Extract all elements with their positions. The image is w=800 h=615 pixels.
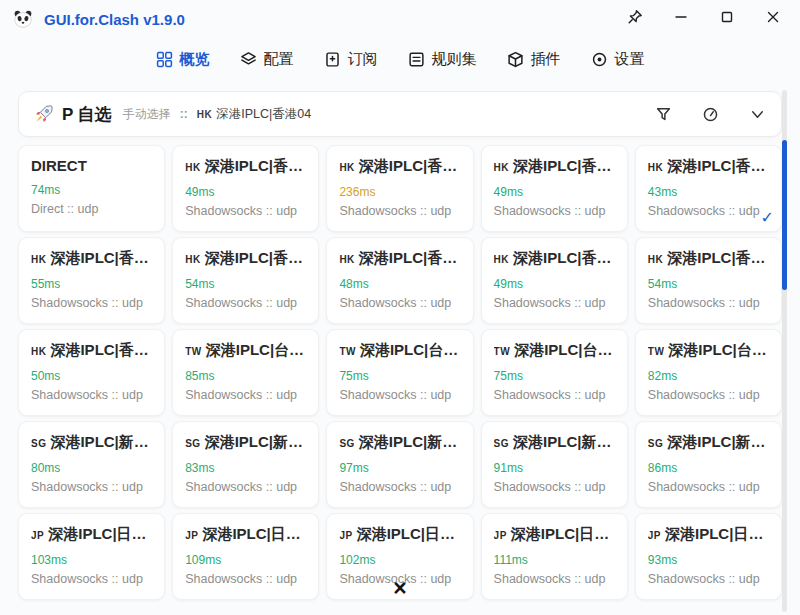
proxy-card[interactable]: SG深港IPLC|新…86msShadowsocks :: udp: [635, 421, 782, 508]
proxy-card[interactable]: JP深港IPLC|日…103msShadowsocks :: udp: [18, 513, 165, 600]
proxy-delay: 49ms: [494, 277, 615, 291]
proxy-card[interactable]: SG深港IPLC|新…97msShadowsocks :: udp: [326, 421, 473, 508]
proxy-protocol: Shadowsocks :: udp: [494, 572, 615, 586]
maximize-button[interactable]: [712, 4, 742, 34]
proxy-delay: 48ms: [339, 277, 460, 291]
proxy-region-prefix: HK: [339, 162, 354, 173]
proxy-delay: 54ms: [185, 277, 306, 291]
proxy-card[interactable]: SG深港IPLC|新…91msShadowsocks :: udp: [481, 421, 628, 508]
proxy-card[interactable]: HK深港IPLC|香…54msShadowsocks :: udp: [635, 237, 782, 324]
gear-icon: [591, 51, 608, 68]
proxy-title: DIRECT: [31, 157, 152, 174]
proxy-title: HK深港IPLC|香…: [339, 157, 460, 176]
proxy-protocol: Shadowsocks :: udp: [185, 204, 306, 218]
proxy-protocol: Shadowsocks :: udp: [494, 480, 615, 494]
proxy-card[interactable]: HK深港IPLC|香…49msShadowsocks :: udp: [481, 237, 628, 324]
proxy-card[interactable]: HK深港IPLC|香…49msShadowsocks :: udp: [481, 145, 628, 232]
nav-tabs: 概览配置订阅规则集插件设置: [0, 38, 800, 83]
proxy-card[interactable]: HK深港IPLC|香…55msShadowsocks :: udp: [18, 237, 165, 324]
proxy-card[interactable]: HK深港IPLC|香…236msShadowsocks :: udp: [326, 145, 473, 232]
tab-subscriptions[interactable]: 订阅: [324, 50, 378, 69]
proxy-card[interactable]: JP深港IPLC|日…93msShadowsocks :: udp: [635, 513, 782, 600]
pin-icon: [627, 9, 643, 29]
proxy-region-prefix: HK: [185, 254, 200, 265]
tab-label: 规则集: [432, 50, 477, 69]
tab-label: 插件: [531, 50, 561, 69]
proxy-delay: 43ms: [648, 185, 769, 199]
grid-icon: [156, 51, 173, 68]
scrollbar-track[interactable]: [782, 90, 787, 612]
proxy-card[interactable]: HK深港IPLC|香…50msShadowsocks :: udp: [18, 329, 165, 416]
close-icon: [765, 9, 781, 29]
proxy-card[interactable]: HK深港IPLC|香…48msShadowsocks :: udp: [326, 237, 473, 324]
tab-profiles[interactable]: 配置: [240, 50, 294, 69]
proxy-title: TW深港IPLC|台…: [339, 341, 460, 360]
proxy-delay: 93ms: [648, 553, 769, 567]
proxy-delay: 91ms: [494, 461, 615, 475]
tab-rulesets[interactable]: 规则集: [408, 50, 477, 69]
proxy-protocol: Shadowsocks :: udp: [31, 296, 152, 310]
proxy-protocol: Shadowsocks :: udp: [648, 388, 769, 402]
filter-button[interactable]: [655, 106, 672, 123]
plugin-icon: [507, 51, 524, 68]
proxy-protocol: Shadowsocks :: udp: [339, 388, 460, 402]
proxy-region-prefix: TW: [494, 346, 511, 357]
speedtest-button[interactable]: [702, 106, 719, 123]
proxy-title: HK深港IPLC|香…: [339, 249, 460, 268]
proxy-region-prefix: SG: [494, 438, 509, 449]
proxy-delay: 74ms: [31, 183, 152, 197]
proxy-protocol: Shadowsocks :: udp: [339, 480, 460, 494]
tab-overview[interactable]: 概览: [156, 50, 210, 69]
tab-settings[interactable]: 设置: [591, 50, 645, 69]
proxy-title: SG深港IPLC|新…: [185, 433, 306, 452]
proxy-protocol: Shadowsocks :: udp: [185, 296, 306, 310]
proxy-protocol: Shadowsocks :: udp: [648, 296, 769, 310]
proxy-region-prefix: HK: [648, 162, 663, 173]
proxy-card[interactable]: DIRECT74msDirect :: udp: [18, 145, 165, 232]
group-separator: ::: [180, 107, 188, 121]
proxy-title: SG深港IPLC|新…: [31, 433, 152, 452]
proxy-card[interactable]: TW深港IPLC|台…75msShadowsocks :: udp: [326, 329, 473, 416]
pin-button[interactable]: [620, 4, 650, 34]
scrollbar-thumb[interactable]: [782, 140, 787, 290]
proxy-card[interactable]: SG深港IPLC|新…83msShadowsocks :: udp: [172, 421, 319, 508]
proxy-card[interactable]: HK深港IPLC|香…54msShadowsocks :: udp: [172, 237, 319, 324]
proxy-protocol: Shadowsocks :: udp: [31, 572, 152, 586]
proxy-group-header[interactable]: P 自选 手动选择 :: HK 深港IPLC|香港04: [18, 91, 782, 137]
proxy-card[interactable]: SG深港IPLC|新…80msShadowsocks :: udp: [18, 421, 165, 508]
proxy-name: 深港IPLC|日…: [357, 525, 455, 544]
proxy-card[interactable]: JP深港IPLC|日…109msShadowsocks :: udp: [172, 513, 319, 600]
proxy-name: 深港IPLC|香…: [359, 249, 457, 268]
proxy-card[interactable]: HK深港IPLC|香…43msShadowsocks :: udp✓: [635, 145, 782, 232]
proxy-card[interactable]: TW深港IPLC|台…75msShadowsocks :: udp: [481, 329, 628, 416]
proxy-card[interactable]: TW深港IPLC|台…85msShadowsocks :: udp: [172, 329, 319, 416]
proxy-name: 深港IPLC|新…: [513, 433, 611, 452]
close-button[interactable]: [758, 4, 788, 34]
minimize-button[interactable]: [666, 4, 696, 34]
collapse-button[interactable]: [749, 106, 766, 123]
proxy-name: 深港IPLC|香…: [513, 157, 611, 176]
proxy-name: 深港IPLC|香…: [513, 249, 611, 268]
proxy-protocol: Shadowsocks :: udp: [648, 572, 769, 586]
proxy-protocol: Shadowsocks :: udp: [494, 204, 615, 218]
group-name: P 自选: [62, 103, 112, 126]
proxy-card[interactable]: HK深港IPLC|香…49msShadowsocks :: udp: [172, 145, 319, 232]
proxy-region-prefix: HK: [185, 162, 200, 173]
close-expanded-button[interactable]: ×: [393, 577, 406, 600]
proxy-name: 深港IPLC|香…: [667, 249, 765, 268]
proxy-title: SG深港IPLC|新…: [339, 433, 460, 452]
proxy-region-prefix: TW: [185, 346, 202, 357]
proxy-delay: 85ms: [185, 369, 306, 383]
proxy-region-prefix: HK: [31, 346, 46, 357]
proxy-name: 深港IPLC|香…: [205, 249, 303, 268]
proxy-region-prefix: HK: [494, 162, 509, 173]
proxy-protocol: Shadowsocks :: udp: [648, 204, 769, 218]
proxy-card[interactable]: TW深港IPLC|台…82msShadowsocks :: udp: [635, 329, 782, 416]
proxy-region-prefix: HK: [31, 254, 46, 265]
chevron-down-icon: [749, 106, 766, 123]
tab-plugins[interactable]: 插件: [507, 50, 561, 69]
proxy-delay: 109ms: [185, 553, 306, 567]
proxy-protocol: Shadowsocks :: udp: [31, 388, 152, 402]
proxy-region-prefix: HK: [339, 254, 354, 265]
proxy-card[interactable]: JP深港IPLC|日…111msShadowsocks :: udp: [481, 513, 628, 600]
